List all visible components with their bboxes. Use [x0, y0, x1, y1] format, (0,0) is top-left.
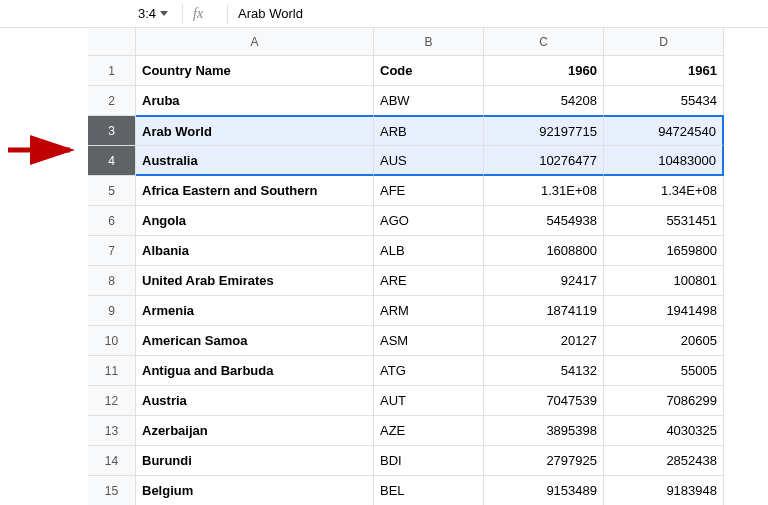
cell[interactable]: Code	[374, 56, 484, 86]
row-header[interactable]: 13	[88, 416, 136, 446]
cell[interactable]: BEL	[374, 476, 484, 505]
cell[interactable]: 94724540	[604, 115, 724, 146]
cell[interactable]: BDI	[374, 446, 484, 476]
row-header[interactable]: 10	[88, 326, 136, 356]
column-headers: A B C D	[136, 28, 724, 56]
cell[interactable]: Belgium	[136, 476, 374, 505]
cell[interactable]: 20127	[484, 326, 604, 356]
cell[interactable]: Australia	[136, 146, 374, 176]
table-row: 13AzerbaijanAZE38953984030325	[88, 416, 724, 446]
cell[interactable]: Arab World	[136, 115, 374, 146]
formula-input[interactable]: Arab World	[238, 6, 303, 21]
cell[interactable]: 1874119	[484, 296, 604, 326]
cell[interactable]: 7047539	[484, 386, 604, 416]
cell[interactable]: 1.34E+08	[604, 176, 724, 206]
row-header[interactable]: 8	[88, 266, 136, 296]
name-box[interactable]: 3:4	[88, 6, 172, 21]
cell[interactable]: 1941498	[604, 296, 724, 326]
table-row: 9ArmeniaARM18741191941498	[88, 296, 724, 326]
table-row: 15BelgiumBEL91534899183948	[88, 476, 724, 505]
table-row: 3Arab WorldARB9219771594724540	[88, 116, 724, 146]
cell[interactable]: Africa Eastern and Southern	[136, 176, 374, 206]
cell[interactable]: Albania	[136, 236, 374, 266]
cell[interactable]: Antigua and Barbuda	[136, 356, 374, 386]
row-header[interactable]: 6	[88, 206, 136, 236]
cell[interactable]: ASM	[374, 326, 484, 356]
column-header-d[interactable]: D	[604, 28, 724, 56]
row-header[interactable]: 12	[88, 386, 136, 416]
formula-bar: 3:4 fx Arab World	[0, 0, 768, 28]
cell[interactable]: 92197715	[484, 115, 604, 146]
cell[interactable]: 3895398	[484, 416, 604, 446]
cell[interactable]: 7086299	[604, 386, 724, 416]
cell[interactable]: ALB	[374, 236, 484, 266]
chevron-down-icon[interactable]	[160, 11, 168, 16]
cell[interactable]: 9183948	[604, 476, 724, 505]
row-header[interactable]: 1	[88, 56, 136, 86]
name-box-value: 3:4	[138, 6, 156, 21]
cell[interactable]: ARB	[374, 115, 484, 146]
cell[interactable]: 54132	[484, 356, 604, 386]
cell[interactable]: 1961	[604, 56, 724, 86]
table-row: 11Antigua and BarbudaATG5413255005	[88, 356, 724, 386]
row-header[interactable]: 14	[88, 446, 136, 476]
cell[interactable]: 5454938	[484, 206, 604, 236]
column-header-b[interactable]: B	[374, 28, 484, 56]
cell[interactable]: American Samoa	[136, 326, 374, 356]
cell[interactable]: ATG	[374, 356, 484, 386]
column-header-a[interactable]: A	[136, 28, 374, 56]
table-row: 1Country NameCode19601961	[88, 56, 724, 86]
cell[interactable]: 2852438	[604, 446, 724, 476]
row-header[interactable]: 11	[88, 356, 136, 386]
cell[interactable]: 1960	[484, 56, 604, 86]
cell[interactable]: Armenia	[136, 296, 374, 326]
cell[interactable]: 10483000	[604, 146, 724, 176]
cell[interactable]: Austria	[136, 386, 374, 416]
cell[interactable]: 1608800	[484, 236, 604, 266]
cell[interactable]: ARM	[374, 296, 484, 326]
table-row: 8United Arab EmiratesARE92417100801	[88, 266, 724, 296]
row-header[interactable]: 15	[88, 476, 136, 505]
column-header-c[interactable]: C	[484, 28, 604, 56]
cell[interactable]: Azerbaijan	[136, 416, 374, 446]
cell[interactable]: Country Name	[136, 56, 374, 86]
cell[interactable]: AUT	[374, 386, 484, 416]
cell[interactable]: Aruba	[136, 86, 374, 116]
row-header[interactable]: 7	[88, 236, 136, 266]
cell[interactable]: 2797925	[484, 446, 604, 476]
row-header[interactable]: 5	[88, 176, 136, 206]
cell[interactable]: 20605	[604, 326, 724, 356]
cell[interactable]: Burundi	[136, 446, 374, 476]
cell[interactable]: AFE	[374, 176, 484, 206]
table-row: 2ArubaABW5420855434	[88, 86, 724, 116]
cell[interactable]: 1.31E+08	[484, 176, 604, 206]
cell[interactable]: 4030325	[604, 416, 724, 446]
cell[interactable]: ABW	[374, 86, 484, 116]
row-header[interactable]: 9	[88, 296, 136, 326]
table-row: 14BurundiBDI27979252852438	[88, 446, 724, 476]
cell[interactable]: 10276477	[484, 146, 604, 176]
cell[interactable]: AUS	[374, 146, 484, 176]
row-header[interactable]: 4	[88, 146, 136, 176]
cell[interactable]: AZE	[374, 416, 484, 446]
table-row: 5Africa Eastern and SouthernAFE1.31E+081…	[88, 176, 724, 206]
cell[interactable]: 100801	[604, 266, 724, 296]
row-header[interactable]: 3	[88, 116, 136, 146]
cell[interactable]: 9153489	[484, 476, 604, 505]
cell[interactable]: 54208	[484, 86, 604, 116]
fx-label: fx	[193, 6, 203, 22]
row-header[interactable]: 2	[88, 86, 136, 116]
cell[interactable]: 5531451	[604, 206, 724, 236]
cell[interactable]: ARE	[374, 266, 484, 296]
cell[interactable]: United Arab Emirates	[136, 266, 374, 296]
cell[interactable]: 55005	[604, 356, 724, 386]
divider	[227, 4, 228, 24]
select-all-corner[interactable]	[88, 28, 136, 56]
cell[interactable]: 1659800	[604, 236, 724, 266]
cell[interactable]: 92417	[484, 266, 604, 296]
grid-body: 1Country NameCode196019612ArubaABW542085…	[88, 56, 724, 505]
annotation-arrow-icon	[6, 130, 86, 170]
cell[interactable]: Angola	[136, 206, 374, 236]
cell[interactable]: 55434	[604, 86, 724, 116]
cell[interactable]: AGO	[374, 206, 484, 236]
